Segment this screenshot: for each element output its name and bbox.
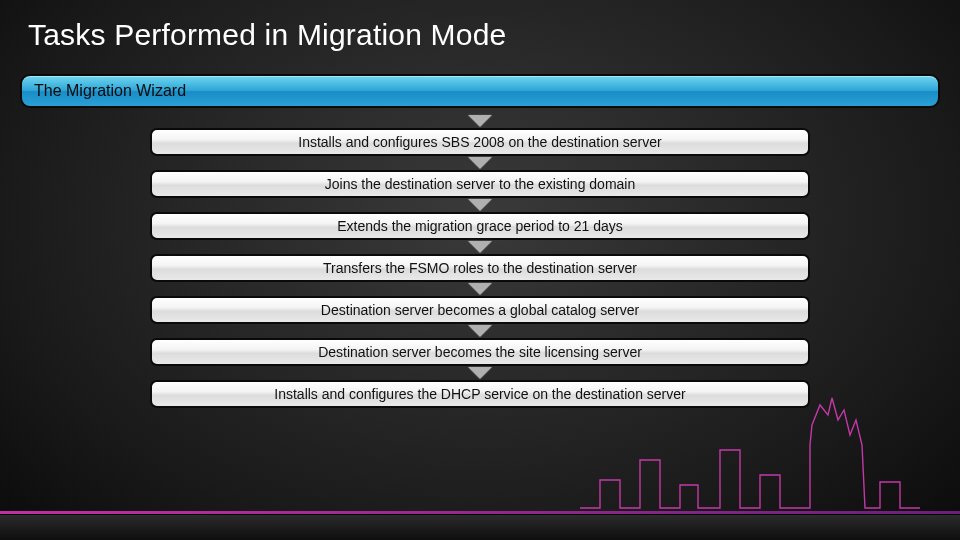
arrow-down-icon <box>468 367 492 379</box>
slide-content: The Migration Wizard Installs and config… <box>0 52 960 408</box>
wizard-header: The Migration Wizard <box>20 74 940 108</box>
slide-title: Tasks Performed in Migration Mode <box>0 0 960 52</box>
step-item: Destination server becomes a global cata… <box>150 296 810 324</box>
step-item: Extends the migration grace period to 21… <box>150 212 810 240</box>
arrow-down-icon <box>468 325 492 337</box>
step-item: Installs and configures the DHCP service… <box>150 380 810 408</box>
arrow-down-icon <box>468 199 492 211</box>
arrow-down-icon <box>468 115 492 127</box>
step-item: Joins the destination server to the exis… <box>150 170 810 198</box>
step-item: Transfers the FSMO roles to the destinat… <box>150 254 810 282</box>
arrow-down-icon <box>468 283 492 295</box>
step-item: Installs and configures SBS 2008 on the … <box>150 128 810 156</box>
step-item: Destination server becomes the site lice… <box>150 338 810 366</box>
arrow-down-icon <box>468 241 492 253</box>
skyline-decoration <box>580 390 920 510</box>
arrow-down-icon <box>468 157 492 169</box>
footer-bar <box>0 514 960 540</box>
steps-list: Installs and configures SBS 2008 on the … <box>20 114 940 408</box>
